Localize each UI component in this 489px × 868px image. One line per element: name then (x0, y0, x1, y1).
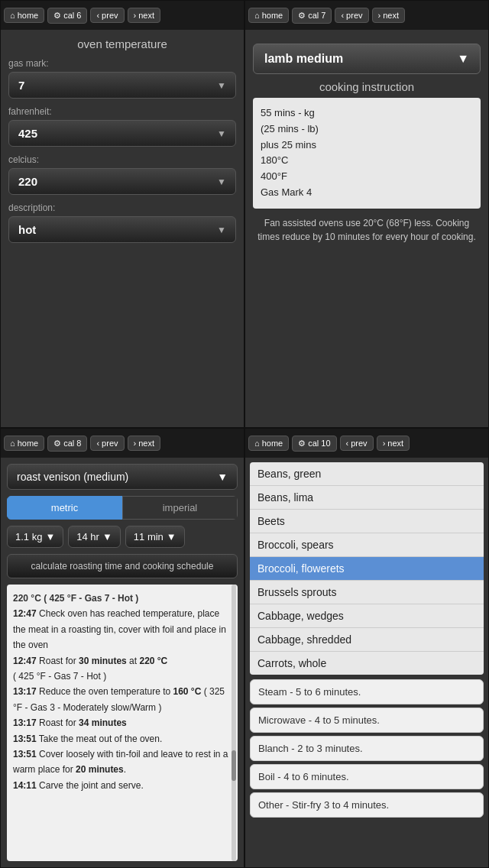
gas-mark-dropdown[interactable]: 7 ▼ (8, 72, 236, 99)
schedule-step-1: 12:47 Check oven has reached temperature… (13, 606, 232, 653)
celcius-dropdown[interactable]: 220 ▼ (8, 168, 236, 195)
gear-icon-4: ⚙ (298, 439, 306, 449)
imperial-toggle-button[interactable]: imperial (122, 496, 238, 520)
celcius-value: 220 (18, 175, 37, 188)
panel2-prev-button[interactable]: ‹ prev (335, 8, 368, 23)
panel1-cal-button[interactable]: ⚙ cal 6 (47, 8, 87, 24)
weight-value: 1.1 kg (15, 531, 42, 542)
panel-lamb: ⌂ home ⚙ cal 7 ‹ prev › next lamb medium… (244, 0, 489, 428)
panel1-home-button[interactable]: ⌂ home (4, 8, 44, 23)
description-value: hot (18, 223, 36, 236)
panel4-prev-button[interactable]: ‹ prev (340, 436, 374, 451)
panel4-cal-button[interactable]: ⚙ cal 10 (292, 436, 336, 452)
weight-param-button[interactable]: 1.1 kg ▼ (7, 526, 63, 548)
fahrenheit-dropdown[interactable]: 425 ▼ (8, 120, 236, 147)
minutes-value: 11 min (134, 531, 164, 542)
panel2-home-button[interactable]: ⌂ home (248, 8, 289, 23)
instruction-line-1: 55 mins - kg (261, 105, 473, 121)
panel4-next-button[interactable]: › next (377, 436, 410, 451)
panel2-next-button[interactable]: › next (372, 8, 405, 23)
panel4-navbar: ⌂ home ⚙ cal 10 ‹ prev › next (245, 429, 488, 458)
method-microwave-button[interactable]: Microwave - 4 to 5 minutes. (250, 708, 484, 733)
chevron-right-icon-4: › (383, 439, 386, 448)
panel3-cal-button[interactable]: ⚙ cal 8 (47, 436, 87, 452)
instruction-line-6: Gas Mark 4 (261, 185, 473, 201)
celcius-label: celcius: (8, 154, 236, 165)
venison-type-dropdown[interactable]: roast venison (medium) ▼ (7, 464, 238, 490)
description-dropdown[interactable]: hot ▼ (8, 216, 236, 243)
gas-mark-value: 7 (18, 79, 24, 92)
cooking-schedule-box: 220 °C ( 425 °F - Gas 7 - Hot ) 12:47 Ch… (7, 585, 238, 861)
method-boil-button[interactable]: Boil - 4 to 6 minutes. (250, 764, 484, 789)
venison-type-value: roast venison (medium) (17, 471, 128, 483)
gear-icon-3: ⚙ (53, 439, 61, 449)
panel4-home-button[interactable]: ⌂ home (248, 436, 289, 451)
venison-dropdown-arrow-icon: ▼ (217, 471, 228, 483)
instruction-line-2: (25 mins - lb) (261, 121, 473, 138)
lamb-type-dropdown[interactable]: lamb medium ▼ (253, 44, 481, 74)
panel2-cal-button[interactable]: ⚙ cal 7 (292, 8, 332, 24)
chevron-left-icon-3: ‹ (96, 439, 99, 448)
veg-item-carrots-whole[interactable]: Carrots, whole (250, 652, 484, 675)
fan-assisted-note: Fan assisted ovens use 20°C (68°F) less.… (253, 216, 481, 244)
panel-roast-venison: ⌂ home ⚙ cal 8 ‹ prev › next roast venis… (0, 428, 244, 868)
method-other-button[interactable]: Other - Stir-fry 3 to 4 minutes. (250, 792, 484, 818)
panel1-prev-button[interactable]: ‹ prev (90, 8, 124, 23)
celcius-arrow-icon: ▼ (217, 177, 226, 187)
panel-vegetables: ⌂ home ⚙ cal 10 ‹ prev › next Beans, gre… (244, 428, 489, 868)
minutes-param-button[interactable]: 11 min ▼ (125, 526, 185, 548)
chevron-left-icon-4: ‹ (346, 439, 349, 448)
panel3-navbar: ⌂ home ⚙ cal 8 ‹ prev › next (1, 429, 244, 458)
veg-item-beans-lima[interactable]: Beans, lima (250, 486, 484, 510)
params-row: 1.1 kg ▼ 14 hr ▼ 11 min ▼ (7, 526, 238, 548)
method-blanch-button[interactable]: Blanch - 2 to 3 minutes. (250, 736, 484, 761)
schedule-step-3: 13:17 Reduce the oven temperature to 160… (13, 684, 232, 715)
schedule-step-7: 14:11 Carve the joint and serve. (13, 778, 232, 793)
instruction-line-4: 180°C (261, 153, 473, 169)
metric-toggle-button[interactable]: metric (7, 496, 122, 520)
chevron-right-icon-2: › (378, 11, 381, 20)
chevron-right-icon: › (134, 11, 137, 20)
calculate-button[interactable]: calculate roasting time and cooking sche… (7, 554, 238, 578)
gear-icon-2: ⚙ (298, 11, 306, 21)
gear-icon: ⚙ (53, 11, 61, 21)
chevron-left-icon: ‹ (96, 11, 99, 20)
panel2-navbar: ⌂ home ⚙ cal 7 ‹ prev › next (245, 1, 488, 30)
gas-mark-arrow-icon: ▼ (217, 80, 226, 91)
veg-item-broccoli-spears[interactable]: Broccoli, spears (250, 533, 484, 557)
weight-arrow-icon: ▼ (45, 531, 55, 542)
veg-item-cabbage-shredded[interactable]: Cabbage, shredded (250, 628, 484, 652)
chevron-left-icon-2: ‹ (341, 11, 344, 20)
schedule-sub-1: ( 425 °F - Gas 7 - Hot ) (13, 669, 232, 684)
fahrenheit-value: 425 (18, 127, 37, 140)
veg-item-beans-green[interactable]: Beans, green (250, 462, 484, 486)
cooking-instruction-label: cooking instruction (253, 80, 481, 93)
hours-arrow-icon: ▼ (102, 531, 112, 542)
veg-item-broccoli-flowerets[interactable]: Broccoli, flowerets (250, 557, 484, 581)
hours-value: 14 hr (76, 531, 99, 542)
schedule-step-6: 13:51 Cover loosely with tin-foil and le… (13, 747, 232, 778)
veg-item-cabbage-wedges[interactable]: Cabbage, wedges (250, 604, 484, 628)
panel2-content: lamb medium ▼ cooking instruction 55 min… (245, 30, 488, 427)
panel4-content: Beans, green Beans, lima Beets Broccoli,… (245, 458, 488, 867)
panel3-home-button[interactable]: ⌂ home (4, 436, 44, 451)
home-icon-2: ⌂ (254, 11, 260, 20)
veg-item-brussels-sprouts[interactable]: Brussels sprouts (250, 581, 484, 604)
description-label: description: (8, 202, 236, 213)
panel1-navbar: ⌂ home ⚙ cal 6 ‹ prev › next (1, 1, 244, 30)
minutes-arrow-icon: ▼ (167, 531, 176, 542)
scrollbar-thumb[interactable] (232, 750, 236, 781)
gas-mark-label: gas mark: (8, 58, 236, 69)
home-icon-3: ⌂ (10, 439, 15, 448)
lamb-type-value: lamb medium (264, 52, 343, 66)
panel3-next-button[interactable]: › next (128, 436, 160, 451)
panel3-prev-button[interactable]: ‹ prev (90, 436, 124, 451)
scrollbar-track[interactable] (232, 585, 236, 861)
metric-imperial-toggle: metric imperial (7, 496, 238, 520)
method-steam-button[interactable]: Steam - 5 to 6 minutes. (250, 679, 484, 704)
fahrenheit-label: fahrenheit: (8, 106, 236, 117)
schedule-step-4: 13:17 Roast for 34 minutes (13, 715, 232, 730)
hours-param-button[interactable]: 14 hr ▼ (68, 526, 121, 548)
panel1-next-button[interactable]: › next (128, 8, 160, 23)
veg-item-beets[interactable]: Beets (250, 510, 484, 533)
